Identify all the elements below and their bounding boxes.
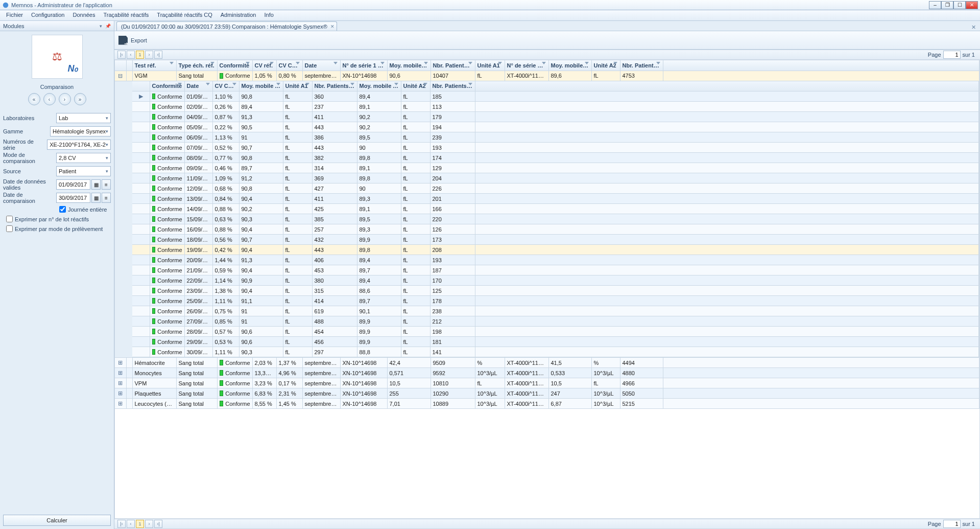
detail-row[interactable]: Conforme11/09/20171,09 %91,2fL36989,8fL2… xyxy=(132,173,979,183)
detail-col-header[interactable]: Nbr. Patients A1 xyxy=(312,81,357,91)
menu-traçabilité réactifs[interactable]: Traçabilité réactifs xyxy=(100,10,153,20)
col-header[interactable]: Nbr. Patients A1 xyxy=(431,60,475,71)
detail-row[interactable]: Conforme19/09/20170,42 %90,4fL44389,8fL2… xyxy=(132,245,979,255)
detail-col-header[interactable]: Moy. mobile A1 xyxy=(239,81,283,91)
filter-icon[interactable] xyxy=(333,62,339,67)
source-select[interactable]: Patient▾ xyxy=(56,166,111,176)
pager-page-input-b[interactable] xyxy=(943,520,961,528)
nav-next-button[interactable]: › xyxy=(59,93,71,105)
datevalid-extra-button[interactable]: ≡ xyxy=(102,179,111,190)
filter-icon[interactable] xyxy=(613,62,618,67)
table-row[interactable]: ⊞MonocytesSang totalConforme13,35 %4,96 … xyxy=(115,368,979,378)
detail-row[interactable]: Conforme05/09/20170,22 %90,5fL44390,2fL1… xyxy=(132,122,979,132)
detail-row[interactable]: Conforme15/09/20170,63 %90,3fL38589,5fL2… xyxy=(132,214,979,224)
detail-row[interactable]: Conforme09/09/20170,46 %89,7fL31489,1fL1… xyxy=(132,163,979,173)
close-button[interactable]: ✕ xyxy=(966,1,978,9)
menu-traçabilité réactifs cq[interactable]: Traçabilité réactifs CQ xyxy=(153,10,216,20)
table-row[interactable]: ⊟VGMSang totalConforme1,05 %0,80 %septem… xyxy=(115,71,979,81)
pager-prev-button[interactable]: ‹ xyxy=(127,51,135,59)
col-header[interactable]: Moy. mobile A1 xyxy=(387,60,431,71)
export-button[interactable]: Export xyxy=(131,37,147,43)
detail-row[interactable]: Conforme07/09/20170,52 %90,7fL44390fL193 xyxy=(132,143,979,153)
filter-icon[interactable] xyxy=(276,83,281,88)
filter-icon[interactable] xyxy=(585,62,590,67)
filter-icon[interactable] xyxy=(170,62,175,67)
pager-page-1-button-b[interactable]: 1 xyxy=(136,520,144,528)
pager-next-button[interactable]: › xyxy=(145,51,153,59)
detail-row[interactable]: Conforme14/09/20170,88 %90,2fL42589,1fL1… xyxy=(132,204,979,214)
pager-next-button-b[interactable]: › xyxy=(145,520,153,528)
laboratoires-select[interactable]: Lab▾ xyxy=(56,113,111,123)
pager-prev-button-b[interactable]: ‹ xyxy=(127,520,135,528)
detail-row[interactable]: Conforme28/09/20170,57 %90,6fL45489,9fL1… xyxy=(132,327,979,337)
table-row[interactable]: ⊞HématocriteSang totalConforme2,03 %1,37… xyxy=(115,358,979,368)
detail-row[interactable]: Conforme21/09/20170,59 %90,4fL45389,7fL1… xyxy=(132,265,979,275)
detail-col-header[interactable]: Nbr. Patients A2 xyxy=(430,81,475,91)
restore-button[interactable]: ❐ xyxy=(941,1,953,9)
detail-row[interactable]: Conforme23/09/20171,38 %90,4fL31588,6fL1… xyxy=(132,286,979,296)
detail-row[interactable]: Conforme26/09/20170,75 %91fL61990,1fL238 xyxy=(132,306,979,316)
detail-row[interactable]: Conforme20/09/20171,44 %91,3fL40689,4fL1… xyxy=(132,255,979,265)
filter-icon[interactable] xyxy=(305,83,310,88)
menu-fichier[interactable]: Fichier xyxy=(2,10,27,20)
filter-icon[interactable] xyxy=(656,62,661,67)
filter-icon[interactable] xyxy=(350,83,355,88)
col-header[interactable]: Unité A1 xyxy=(475,60,505,71)
expand-toggle[interactable]: ⊞ xyxy=(115,378,126,388)
maximize-button[interactable]: ☐ xyxy=(953,1,966,9)
filter-icon[interactable] xyxy=(423,83,428,88)
filter-icon[interactable] xyxy=(210,62,216,67)
detail-col-header[interactable]: Date xyxy=(184,81,212,91)
detail-col-header[interactable]: Conformité xyxy=(150,81,184,91)
detail-row[interactable]: Conforme08/09/20170,77 %90,8fL38289,8fL1… xyxy=(132,153,979,163)
col-header[interactable]: Unité A2 xyxy=(591,60,620,71)
filter-icon[interactable] xyxy=(394,83,399,88)
menu-info[interactable]: Info xyxy=(260,10,277,20)
detail-row[interactable]: Conforme13/09/20170,84 %90,4fL41189,3fL2… xyxy=(132,194,979,204)
numeros-select[interactable]: XE-2100^F1764, XE-2▾ xyxy=(47,140,111,150)
col-header[interactable]: N° de série 2 (A2) xyxy=(505,60,548,71)
detail-col-header[interactable]: CV Calc. xyxy=(212,81,239,91)
mode-select[interactable]: 2,8 CV▾ xyxy=(56,153,111,163)
minimize-button[interactable]: – xyxy=(929,1,941,9)
detail-row[interactable]: Conforme30/09/20171,11 %90,3fL29788,8fL1… xyxy=(132,347,979,357)
detail-row[interactable]: Conforme29/09/20170,53 %90,6fL45689,9fL1… xyxy=(132,337,979,347)
detail-col-header[interactable]: Unité A2 xyxy=(401,81,430,91)
detail-row[interactable]: Conforme16/09/20170,88 %90,4fL25789,3fL1… xyxy=(132,224,979,235)
filter-icon[interactable] xyxy=(424,62,429,67)
menu-données[interactable]: Données xyxy=(68,10,99,20)
tab-close-icon[interactable]: ✕ xyxy=(330,24,334,29)
filter-icon[interactable] xyxy=(468,62,473,67)
filter-icon[interactable] xyxy=(270,62,275,67)
nav-first-button[interactable]: « xyxy=(28,93,40,105)
detail-col-header[interactable]: Unité A1 xyxy=(283,81,312,91)
filter-icon[interactable] xyxy=(380,62,386,67)
expand-toggle[interactable]: ⊞ xyxy=(115,388,126,399)
detail-row[interactable]: Conforme18/09/20170,56 %90,7fL43289,9fL1… xyxy=(132,235,979,245)
expand-toggle[interactable]: ⊟ xyxy=(115,71,126,81)
detail-row[interactable]: Conforme06/09/20171,13 %91fL38689,5fL239 xyxy=(132,132,979,143)
filter-icon[interactable] xyxy=(246,62,251,67)
pager-page-1-button[interactable]: 1 xyxy=(136,51,144,59)
detail-row[interactable]: Conforme27/09/20170,85 %91fL48889,9fL212 xyxy=(132,316,979,327)
detail-row[interactable]: Conforme12/09/20170,68 %90,8fL42790fL226 xyxy=(132,183,979,194)
col-header[interactable]: N° de série 1 (A1) xyxy=(340,60,387,71)
detail-row[interactable]: Conforme02/09/20170,26 %89,4fL23789,1fL1… xyxy=(132,102,979,112)
datevalid-cal-button[interactable]: ▦ xyxy=(91,179,101,190)
filter-icon[interactable] xyxy=(232,83,237,88)
expand-toggle[interactable]: ⊞ xyxy=(115,358,126,368)
menu-configuration[interactable]: Configuration xyxy=(27,10,68,20)
pager-first-button-b[interactable]: |‹ xyxy=(117,520,126,528)
col-header[interactable]: Conformité xyxy=(217,60,252,71)
filter-icon[interactable] xyxy=(296,62,301,67)
filter-icon[interactable] xyxy=(468,83,473,88)
expand-toggle[interactable]: ⊞ xyxy=(115,399,126,409)
filter-icon[interactable] xyxy=(542,62,547,67)
pin-icon[interactable]: 📌 xyxy=(105,24,111,29)
datecomp-input[interactable]: 30/09/2017 xyxy=(56,193,90,203)
table-row[interactable]: ⊞PlaquettesSang totalConforme6,83 %2,31 … xyxy=(115,388,979,399)
filter-icon[interactable] xyxy=(178,83,183,88)
datecomp-cal-button[interactable]: ▦ xyxy=(91,193,101,203)
tab-comparison[interactable]: (Du 01/09/2017 00:00 au 30/09/2017 23:59… xyxy=(116,21,337,31)
sidebar-header[interactable]: Modules ▾ 📌 xyxy=(0,21,114,31)
